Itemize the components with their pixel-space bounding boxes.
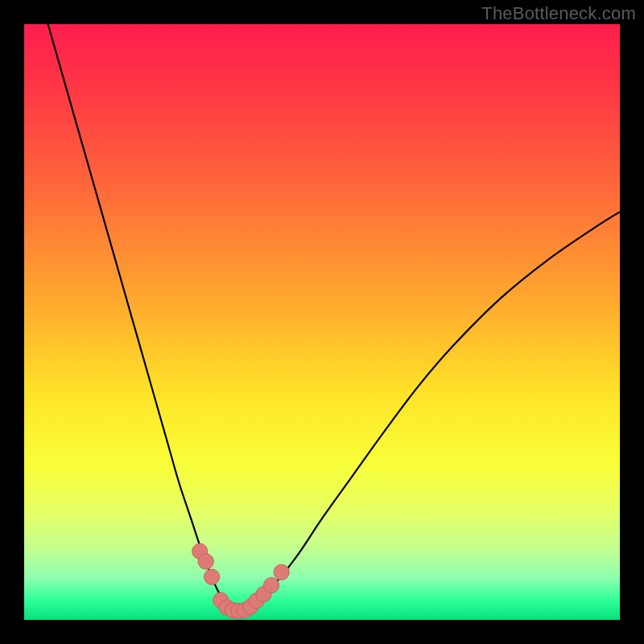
chart-frame: TheBottleneck.com — [0, 0, 644, 644]
bottleneck-chart — [0, 0, 644, 644]
curve-marker — [198, 554, 213, 569]
curve-marker — [274, 564, 289, 580]
watermark-label: TheBottleneck.com — [481, 3, 636, 24]
curve-marker — [204, 569, 219, 584]
curve-marker — [263, 577, 279, 592]
gradient-background — [24, 24, 620, 620]
